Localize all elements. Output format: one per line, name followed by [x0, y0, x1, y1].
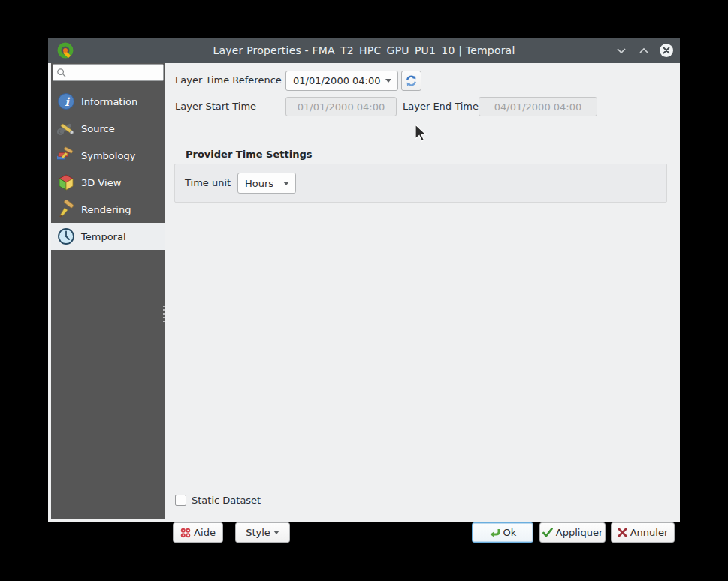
help-button-label: Aide — [194, 527, 216, 538]
close-button[interactable] — [659, 43, 674, 58]
clock-icon — [57, 227, 75, 245]
style-button-label: Style — [246, 527, 270, 538]
ok-button[interactable]: Ok — [472, 522, 533, 543]
layer-time-reference-combobox[interactable]: 01/01/2000 04:00 — [285, 71, 398, 91]
static-dataset-checkbox[interactable] — [175, 495, 186, 506]
sidebar-item-label: Information — [81, 96, 137, 107]
cancel-button[interactable]: Annuler — [611, 522, 675, 543]
paintbrush-icon — [57, 200, 75, 218]
chevron-down-icon — [273, 531, 279, 534]
style-button[interactable]: Style — [235, 522, 290, 543]
sidebar-item-source[interactable]: Source — [51, 115, 165, 142]
static-dataset-row: Static Dataset — [175, 495, 261, 506]
titlebar[interactable]: Layer Properties - FMA_T2_HPC_GPU_PU1_10… — [48, 38, 680, 63]
symbology-icon — [57, 146, 75, 164]
time-unit-combobox[interactable]: Hours — [237, 173, 296, 194]
chevron-down-icon — [385, 79, 391, 83]
sidebar-item-3d-view[interactable]: 3D View — [51, 169, 165, 196]
time-unit-value: Hours — [245, 178, 273, 189]
layer-start-time-label: Layer Start Time — [175, 97, 256, 116]
layer-time-reference-value: 01/01/2000 04:00 — [293, 75, 381, 86]
sidebar-item-label: Symbology — [81, 150, 135, 161]
minimize-icon[interactable] — [614, 43, 629, 58]
ok-button-label: Ok — [503, 527, 517, 538]
cube-3d-icon — [57, 173, 75, 191]
sidebar-search[interactable] — [53, 64, 164, 81]
sidebar-item-label: 3D View — [81, 177, 121, 188]
time-unit-label: Time unit — [185, 173, 231, 193]
ok-icon — [489, 528, 500, 538]
mouse-cursor — [413, 124, 428, 143]
sidebar: i Information Source — [51, 63, 165, 519]
chevron-down-icon — [283, 182, 289, 185]
maximize-icon[interactable] — [636, 43, 651, 58]
help-button[interactable]: Aide — [173, 522, 223, 543]
sidebar-item-label: Rendering — [81, 204, 131, 215]
sidebar-item-rendering[interactable]: Rendering — [51, 196, 165, 223]
refresh-icon — [405, 74, 418, 87]
sidebar-nav: i Information Source — [51, 88, 165, 250]
search-input[interactable] — [67, 68, 163, 78]
layer-end-time-field: 04/01/2000 04:00 — [479, 97, 597, 116]
checkmark-icon — [542, 528, 553, 537]
static-dataset-label: Static Dataset — [192, 495, 261, 506]
layer-start-time-value: 01/01/2000 04:00 — [298, 101, 385, 113]
provider-time-settings-group: Time unit Hours — [174, 164, 667, 203]
sidebar-item-information[interactable]: i Information — [51, 88, 165, 115]
help-icon — [180, 528, 191, 538]
cancel-x-icon — [618, 528, 627, 537]
layer-end-time-label: Layer End Time — [403, 97, 479, 116]
window-title: Layer Properties - FMA_T2_HPC_GPU_PU1_10… — [48, 44, 680, 56]
sidebar-item-symbology[interactable]: Symbology — [51, 142, 165, 169]
sidebar-item-label: Source — [81, 123, 115, 134]
layer-time-reference-label: Layer Time Reference — [175, 71, 282, 90]
qgis-logo-icon — [57, 42, 74, 59]
search-icon — [56, 68, 67, 78]
desktop-background: Layer Properties - FMA_T2_HPC_GPU_PU1_10… — [0, 0, 728, 581]
sidebar-item-temporal[interactable]: Temporal — [51, 223, 165, 250]
layer-start-time-field: 01/01/2000 04:00 — [285, 97, 397, 116]
apply-button-label: Appliquer — [556, 527, 603, 538]
provider-time-settings-title: Provider Time Settings — [186, 149, 312, 160]
sidebar-item-label: Temporal — [81, 231, 126, 242]
layer-properties-window: Layer Properties - FMA_T2_HPC_GPU_PU1_10… — [48, 38, 680, 522]
cancel-button-label: Annuler — [630, 527, 669, 538]
refresh-button[interactable] — [401, 71, 421, 91]
layer-end-time-value: 04/01/2000 04:00 — [494, 101, 582, 113]
apply-button[interactable]: Appliquer — [539, 522, 606, 543]
info-icon: i — [57, 92, 75, 110]
source-icon — [57, 119, 75, 137]
